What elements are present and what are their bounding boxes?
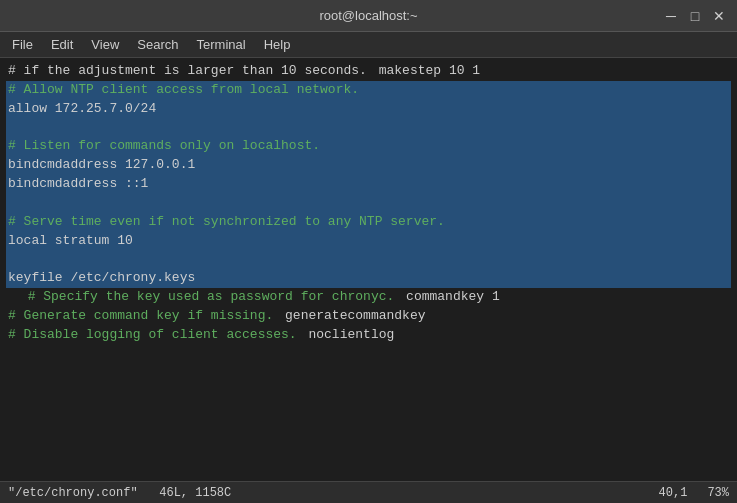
line-21 <box>435 308 447 323</box>
editor[interactable]: # if the adjustment is larger than 10 se… <box>0 58 737 481</box>
menu-file[interactable]: File <box>4 35 41 54</box>
line-9: bindcmdaddress ::1 <box>6 175 731 194</box>
line-4: # Allow NTP client access from local net… <box>6 81 731 100</box>
line-1: # if the adjustment is larger than 10 se… <box>6 63 369 78</box>
line-22: # Disable logging of client accesses. <box>6 327 299 342</box>
minimize-button[interactable]: ─ <box>663 8 679 24</box>
scroll-percent: 73% <box>707 486 729 500</box>
menu-search[interactable]: Search <box>129 35 186 54</box>
line-23: noclientlog <box>306 327 396 342</box>
line-3 <box>490 63 502 78</box>
window-controls: ─ □ ✕ <box>663 8 727 24</box>
status-right: 40,1 73% <box>659 486 729 500</box>
line-18 <box>510 289 522 304</box>
line-13 <box>6 250 731 269</box>
titlebar: root@localhost:~ ─ □ ✕ <box>0 0 737 32</box>
line-5: allow 172.25.7.0/24 <box>6 100 731 119</box>
status-filename: "/etc/chrony.conf" 46L, 1158C <box>8 486 231 500</box>
line-2: makestep 10 1 <box>377 63 482 78</box>
line-10 <box>6 194 731 213</box>
menu-view[interactable]: View <box>83 35 127 54</box>
cursor-position: 40,1 <box>659 486 688 500</box>
line-11: # Serve time even if not synchronized to… <box>6 213 731 232</box>
line-8: bindcmdaddress 127.0.0.1 <box>6 156 731 175</box>
line-6 <box>6 119 731 138</box>
close-button[interactable]: ✕ <box>711 8 727 24</box>
statusbar: "/etc/chrony.conf" 46L, 1158C 40,1 73% <box>0 481 737 503</box>
menu-help[interactable]: Help <box>256 35 299 54</box>
line-19: # Generate command key if missing. <box>6 308 275 323</box>
window-title: root@localhost:~ <box>319 8 417 23</box>
line-20: generatecommandkey <box>283 308 427 323</box>
editor-content: # if the adjustment is larger than 10 se… <box>0 58 737 481</box>
line-7: # Listen for commands only on localhost. <box>6 137 731 156</box>
line-15 <box>6 289 18 304</box>
menu-terminal[interactable]: Terminal <box>189 35 254 54</box>
menubar: File Edit View Search Terminal Help <box>0 32 737 58</box>
line-16: # Specify the key used as password for c… <box>26 289 397 304</box>
menu-edit[interactable]: Edit <box>43 35 81 54</box>
line-14: keyfile /etc/chrony.keys <box>6 269 731 288</box>
line-12: local stratum 10 <box>6 232 731 251</box>
maximize-button[interactable]: □ <box>687 8 703 24</box>
line-17: commandkey 1 <box>404 289 502 304</box>
